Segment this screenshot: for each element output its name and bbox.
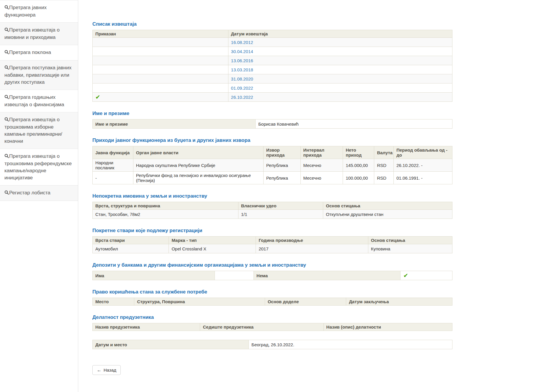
sidebar-item-asset-income-reports-search[interactable]: Претрага извештаја о имовини и приходима — [0, 23, 78, 45]
table-row: Датум и место Београд, 26.10.2022. — [93, 340, 452, 349]
income-interval-cell: Месечно — [300, 172, 343, 184]
back-arrow-icon: ← — [97, 368, 102, 373]
column-header-allocation-basis: Основ доделе — [265, 298, 346, 306]
sidebar-item-referendum-campaign-costs-search[interactable]: Претрага извештаја о трошковима референд… — [0, 149, 78, 186]
report-date-link[interactable]: 16.08.2012 — [231, 40, 253, 45]
apartment-use-table: Место Структура, Површина Основ доделе Д… — [92, 298, 452, 306]
search-icon — [4, 4, 9, 12]
net-income-cell: 145.000,00 — [343, 159, 374, 172]
income-source-cell: Република — [264, 159, 301, 172]
table-row: 30.04.2014 — [93, 47, 452, 56]
check-icon: ✔ — [403, 273, 408, 278]
column-header-net-income: Нето приход — [343, 146, 374, 159]
report-date-link[interactable]: 30.04.2014 — [231, 49, 253, 54]
section-title-income: Приходи јавног функционера из буџета и д… — [92, 137, 467, 143]
section-deposits: Депозити у банкама и другим финансијским… — [92, 262, 467, 280]
date-place-table: Датум и место Београд, 26.10.2022. — [92, 340, 452, 349]
sidebar-item-lobbyist-register[interactable]: Регистар лобиста — [0, 186, 78, 201]
table-row: 13.06.2016 — [93, 56, 452, 65]
period-cell: 26.10.2022. - — [394, 159, 452, 172]
table-row: Аутомобил Opel Crossland X 2017 Куповина — [93, 244, 452, 253]
entrepreneur-table: Назив предузетника Седиште предузетника … — [92, 323, 452, 331]
sidebar-item-procedures-search[interactable]: Претрага поступака јавних набавки, прива… — [0, 60, 78, 90]
column-header-authority: Орган јавне власти — [133, 146, 263, 159]
currency-cell: RSD — [374, 159, 394, 172]
deposits-table: Има Нема ✔ — [92, 271, 452, 280]
section-title-name: Име и презиме — [92, 111, 467, 117]
column-header-structure-area: Структура, Површина — [134, 298, 265, 306]
deposits-has-label: Има — [93, 271, 215, 280]
sidebar-item-label: Регистар лобиста — [9, 190, 50, 196]
table-row: Стан, Трособан, 78м2 1/1 Откупљени друшт… — [93, 210, 452, 219]
sidebar-item-label: Претрага извештаја о трошковима изборне … — [4, 117, 62, 144]
column-header-place: Место — [93, 298, 134, 306]
search-icon — [4, 94, 9, 101]
sidebar-item-public-officials-search[interactable]: Претрага јавних функционера — [0, 0, 78, 23]
table-row: Има Нема ✔ — [93, 271, 452, 280]
column-header-acquisition-basis: Основ стицања — [368, 237, 452, 244]
table-row: Народни посланик Народна скупштина Репуб… — [93, 159, 452, 172]
deposits-none-cell: ✔ — [400, 271, 452, 280]
date-place-value: Београд, 26.10.2022. — [249, 340, 452, 349]
search-icon — [4, 65, 9, 72]
column-header-public-function: Јавна функција — [93, 146, 133, 159]
report-date-link[interactable]: 01.09.2022 — [231, 86, 253, 91]
column-header-income-interval: Интервал прихода — [300, 146, 343, 159]
column-header-make-model: Марка - тип — [169, 237, 256, 244]
report-date-link[interactable]: 31.08.2020 — [231, 76, 253, 81]
sidebar-item-label: Претрага јавних функционера — [4, 5, 47, 18]
sidebar-item-gifts-search[interactable]: Претрага поклона — [0, 45, 78, 60]
income-interval-cell: Месечно — [300, 159, 343, 172]
make-model-cell: Opel Crossland X — [169, 244, 256, 253]
currency-cell: RSD — [374, 172, 394, 184]
column-header-entrepreneur-seat: Седиште предузетника — [200, 323, 323, 331]
column-header-item-type: Врста ствари — [93, 237, 169, 244]
name-value: Борисав Ковачевић — [256, 119, 452, 129]
acquisition-basis-cell: Откупљени друштвени стан — [323, 210, 452, 219]
section-report-list: Списак извештаја Приказан Датум извештај… — [92, 21, 467, 102]
column-header-income-source: Извор прихода — [264, 146, 301, 159]
column-header-conclusion-date: Датум закључења — [346, 298, 452, 306]
table-row: Име и презиме Борисав Ковачевић — [93, 119, 452, 129]
report-date-link[interactable]: 13.03.2018 — [231, 67, 253, 72]
section-title-entrepreneur: Делатност предузетника — [92, 314, 467, 320]
search-icon — [4, 27, 9, 34]
column-header-report-date: Датум извештаја — [228, 30, 452, 38]
shown-cell — [93, 74, 228, 83]
date-place-label: Датум и место — [93, 340, 249, 349]
income-table: Јавна функција Орган јавне власти Извор … — [92, 146, 452, 184]
report-date-link[interactable]: 26.10.2022 — [231, 95, 253, 100]
sidebar-item-election-campaign-costs-search[interactable]: Претрага извештаја о трошковима изборне … — [0, 112, 78, 149]
acquisition-basis-cell: Куповина — [368, 244, 452, 253]
period-cell: 01.06.1991. - — [394, 172, 452, 184]
shown-cell — [93, 65, 228, 74]
column-header-production-year: Година производње — [256, 237, 368, 244]
section-title-movables: Покретне ствари које подлежу регистрациј… — [92, 228, 467, 234]
sidebar-item-label: Претрага извештаја о трошковима референд… — [4, 153, 72, 181]
sidebar-item-label: Претрага годишњих извештаја о финансијам… — [4, 94, 64, 107]
page: Претрага јавних функционера Претрага изв… — [0, 0, 546, 392]
report-date-link[interactable]: 13.06.2016 — [231, 58, 253, 63]
authority-cell: Републички фонд за пензијско и инвалидск… — [133, 172, 263, 184]
shown-cell — [93, 83, 228, 93]
table-row: ✔ 26.10.2022 — [93, 93, 452, 102]
section-title-deposits: Депозити у банкама и другим финансијским… — [92, 262, 467, 268]
sidebar-item-label: Претрага извештаја о имовини и приходима — [4, 27, 60, 40]
table-row: 13.03.2018 — [93, 65, 452, 74]
back-button-label: Назад — [104, 368, 116, 373]
name-label: Име и презиме — [93, 119, 256, 129]
section-apartment-use: Право коришћења стана за службене потреб… — [92, 289, 467, 306]
net-income-cell: 100.000,00 — [343, 172, 374, 184]
section-title-apartment-use: Право коришћења стана за службене потреб… — [92, 289, 467, 295]
table-row: 16.08.2012 — [93, 38, 452, 47]
column-header-currency: Валута — [374, 146, 394, 159]
back-button[interactable]: ← Назад — [92, 365, 121, 375]
sidebar-item-annual-finance-reports-search[interactable]: Претрага годишњих извештаја о финансијам… — [0, 90, 78, 112]
table-row: - Републички фонд за пензијско и инвалид… — [93, 172, 452, 184]
shown-cell — [93, 38, 228, 47]
shown-cell — [93, 56, 228, 65]
production-year-cell: 2017 — [256, 244, 368, 253]
report-list-table: Приказан Датум извештаја 16.08.2012 30.0… — [92, 30, 452, 102]
item-type-cell: Аутомобил — [93, 244, 169, 253]
income-source-cell: Република — [264, 172, 301, 184]
